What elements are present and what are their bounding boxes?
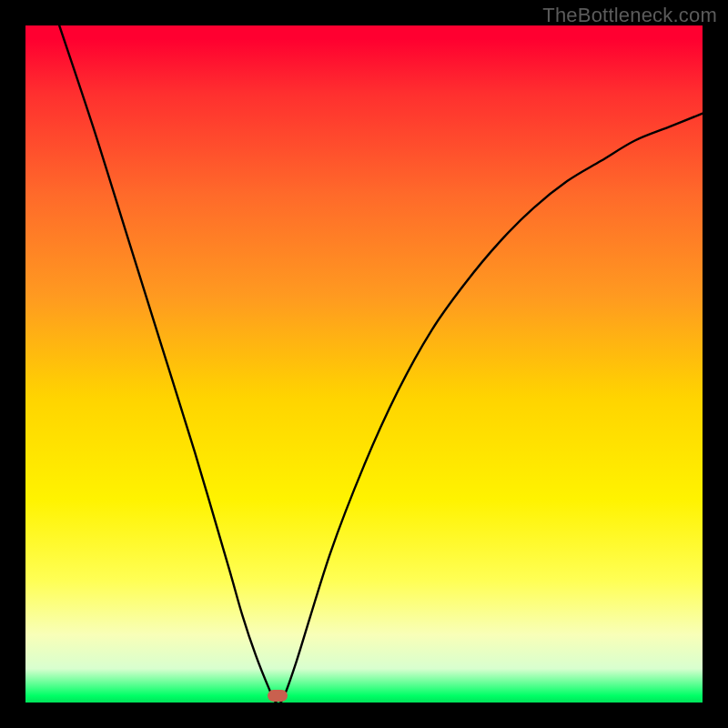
curve-svg [25,25,703,703]
min-point-marker [268,690,288,702]
data-curve [59,25,703,703]
plot-area [25,25,703,703]
chart-frame: TheBottleneck.com [0,0,728,728]
watermark-text: TheBottleneck.com [542,4,717,27]
